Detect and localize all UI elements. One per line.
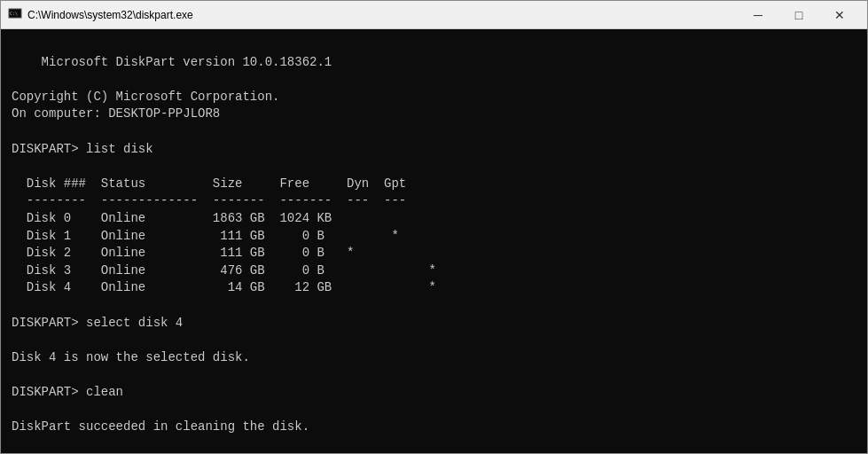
console-output: Microsoft DiskPart version 10.0.18362.1 … xyxy=(1,29,867,453)
window-title: C:\Windows\system32\diskpart.exe xyxy=(27,9,738,21)
console-line: Microsoft DiskPart version 10.0.18362.1 … xyxy=(12,55,436,453)
window-controls: ─ □ ✕ xyxy=(738,1,860,29)
window: C:\ C:\Windows\system32\diskpart.exe ─ □… xyxy=(0,0,868,454)
svg-text:C:\: C:\ xyxy=(10,11,18,16)
maximize-button[interactable]: □ xyxy=(778,1,819,29)
minimize-button[interactable]: ─ xyxy=(738,1,778,29)
app-icon: C:\ xyxy=(8,8,22,22)
close-button[interactable]: ✕ xyxy=(819,1,860,29)
title-bar: C:\ C:\Windows\system32\diskpart.exe ─ □… xyxy=(1,1,867,29)
